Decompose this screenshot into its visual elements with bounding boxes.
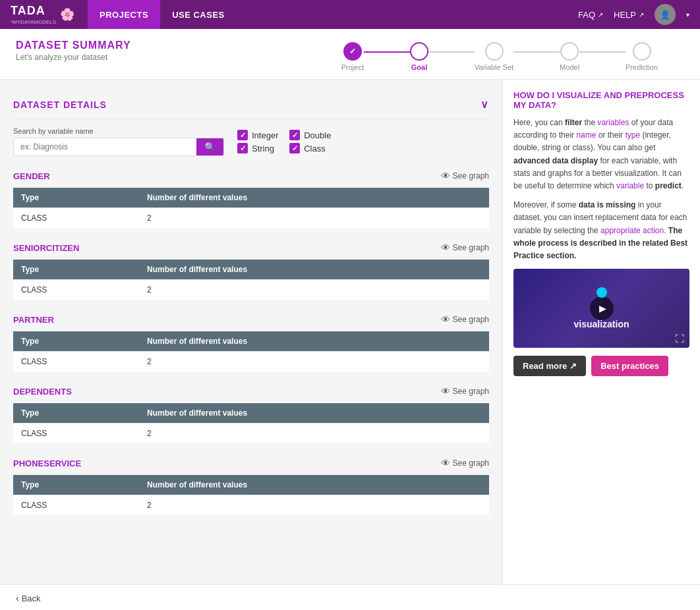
search-label: Search by variable name (13, 127, 224, 135)
td-type-dependents: CLASS (13, 424, 139, 444)
step-label-project: Project (341, 63, 364, 71)
see-graph-gender[interactable]: 👁 See graph (441, 171, 489, 181)
variable-section-dependents: DEPENDENTS 👁 See graph Type Number of di… (13, 382, 489, 443)
stepper: ✓ Project Goal Variable Set Model (341, 42, 658, 71)
collapse-icon[interactable]: ∨ (481, 98, 489, 111)
footer: ‹ Back (0, 584, 700, 610)
table-header-row-dependents: Type Number of different values (13, 403, 489, 424)
fullscreen-icon[interactable]: ⛶ (675, 333, 684, 344)
step-variable-set: Variable Set (475, 42, 513, 71)
filter-string: String (237, 143, 279, 153)
best-practices-button[interactable]: Best practices (591, 356, 668, 376)
table-header-row-seniorcitizen: Type Number of different values (13, 260, 489, 280)
see-graph-partner[interactable]: 👁 See graph (441, 314, 489, 325)
search-input[interactable] (14, 138, 196, 155)
filter-integer: Integer (237, 130, 279, 140)
see-graph-phoneservice[interactable]: 👁 See graph (441, 458, 489, 468)
eye-icon-gender: 👁 (441, 171, 450, 181)
back-button[interactable]: ‹ Back (16, 593, 41, 603)
step-circle-variable-set (485, 42, 504, 61)
filter-double-label: Double (304, 130, 331, 140)
search-input-wrap: 🔍 (13, 138, 224, 156)
variable-header-seniorcitizen: SENIORCITIZEN 👁 See graph (13, 238, 489, 257)
variable-name-dependents: DEPENDENTS (13, 387, 72, 397)
eye-icon-phoneservice: 👁 (441, 458, 450, 468)
eye-icon-dependents: 👁 (441, 386, 450, 397)
filter-integer-label: Integer (252, 130, 278, 140)
td-values-phoneservice: 2 (139, 495, 489, 516)
page-subtitle: Let's analyze your dataset (16, 53, 131, 62)
video-thumbnail[interactable]: ▶ visualization ⛶ (513, 269, 689, 348)
search-button[interactable]: 🔍 (196, 138, 223, 155)
variable-section-seniorcitizen: SENIORCITIZEN 👁 See graph Type Number of… (13, 238, 489, 300)
dataset-details-title: DATASET DETAILS (13, 99, 107, 110)
th-type-partner: Type (13, 331, 139, 352)
see-graph-label-seniorcitizen: See graph (453, 243, 489, 252)
checkboxes-group: Integer Double String Class (237, 130, 331, 153)
step-label-prediction: Prediction (626, 63, 658, 71)
variable-header-gender: GENDER 👁 See graph (13, 167, 489, 185)
table-row: CLASS 2 (13, 280, 489, 300)
tab-use-cases[interactable]: USE CASES (160, 0, 237, 29)
th-values-seniorcitizen: Number of different values (139, 260, 489, 280)
table-row: CLASS 2 (13, 352, 489, 372)
step-prediction: Prediction (626, 42, 658, 71)
eye-icon-seniorcitizen: 👁 (441, 242, 450, 253)
see-graph-dependents[interactable]: 👁 See graph (441, 386, 489, 397)
table-header-row-phoneservice: Type Number of different values (13, 475, 489, 495)
read-more-icon: ↗ (569, 361, 577, 371)
td-values-dependents: 2 (139, 424, 489, 444)
step-circle-project: ✓ (343, 42, 362, 61)
step-model: Model (560, 42, 579, 71)
left-panel: DATASET DETAILS ∨ Search by variable nam… (0, 80, 502, 584)
read-more-button[interactable]: Read more ↗ (513, 356, 586, 376)
play-icon: ▶ (599, 303, 606, 314)
th-values-partner: Number of different values (139, 331, 489, 352)
variable-section-gender: GENDER 👁 See graph Type Number of differ… (13, 167, 489, 228)
main-layout: DATASET DETAILS ∨ Search by variable nam… (0, 80, 700, 584)
step-circle-prediction (633, 42, 651, 61)
table-dependents: Type Number of different values CLASS 2 (13, 403, 489, 443)
checkbox-class[interactable] (289, 143, 300, 153)
faq-link[interactable]: FAQ ↗ (578, 10, 603, 20)
user-avatar[interactable]: 👤 (655, 4, 676, 25)
step-label-variable-set: Variable Set (475, 63, 513, 71)
table-row: CLASS 2 (13, 424, 489, 444)
navbar-right: FAQ ↗ HELP ↗ 👤 ▾ (578, 4, 689, 25)
table-partner: Type Number of different values CLASS 2 (13, 331, 489, 372)
tab-projects[interactable]: PROJECTS (88, 0, 160, 29)
help-link[interactable]: HELP ↗ (614, 10, 644, 20)
navbar-tabs: PROJECTS USE CASES (88, 0, 237, 29)
see-graph-label-phoneservice: See graph (453, 458, 489, 468)
help-title: HOW DO I VISUALIZE AND PREPROCESS MY DAT… (513, 90, 689, 110)
search-group: Search by variable name 🔍 (13, 127, 224, 156)
page-title: DATASET SUMMARY (16, 40, 131, 51)
th-values-phoneservice: Number of different values (139, 475, 489, 495)
checkbox-double[interactable] (289, 130, 300, 140)
filter-class-label: Class (304, 144, 326, 153)
user-chevron-icon[interactable]: ▾ (686, 11, 689, 18)
variable-name-partner: PARTNER (13, 315, 54, 325)
th-type-seniorcitizen: Type (13, 260, 139, 280)
back-label: Back (22, 594, 41, 603)
step-label-goal: Goal (411, 63, 427, 71)
video-dot (597, 287, 607, 298)
page-header: DATASET SUMMARY Let's analyze your datas… (0, 29, 700, 80)
filter-double: Double (289, 130, 331, 140)
logo: TADA *MYDATAMODELS 🌸 (11, 4, 74, 25)
variable-name-gender: GENDER (13, 171, 50, 181)
variable-section-partner: PARTNER 👁 See graph Type Number of diffe… (13, 310, 489, 372)
video-label: visualization (573, 319, 629, 329)
checkbox-string[interactable] (237, 143, 248, 153)
variable-header-phoneservice: PHONESERVICE 👁 See graph (13, 454, 489, 472)
help-external-icon: ↗ (639, 11, 644, 18)
td-type-phoneservice: CLASS (13, 495, 139, 516)
see-graph-seniorcitizen[interactable]: 👁 See graph (441, 242, 489, 253)
th-type-gender: Type (13, 188, 139, 208)
variable-name-seniorcitizen: SENIORCITIZEN (13, 243, 79, 253)
th-type-dependents: Type (13, 403, 139, 424)
checkbox-integer[interactable] (237, 130, 248, 140)
step-goal: Goal (410, 42, 428, 71)
play-button[interactable]: ▶ (590, 296, 614, 320)
see-graph-label-dependents: See graph (453, 387, 489, 396)
